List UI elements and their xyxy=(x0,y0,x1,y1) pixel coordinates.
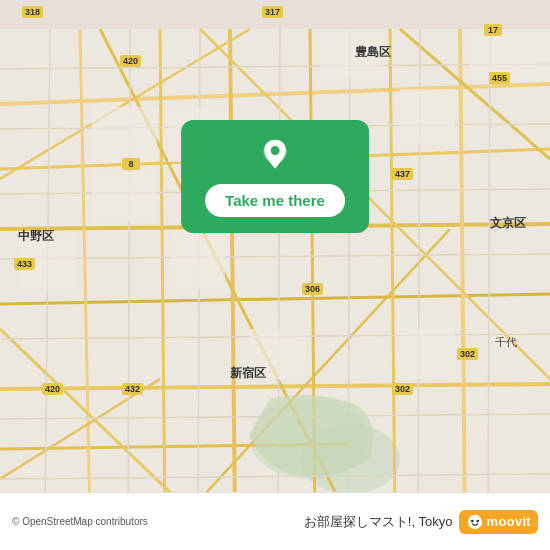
svg-rect-46 xyxy=(400,329,455,379)
svg-rect-41 xyxy=(400,89,455,144)
map-container: 中野区 豊島区 文京区 新宿区 千代 318 420 317 17 455 8 … xyxy=(0,0,550,550)
take-me-there-button[interactable]: Take me there xyxy=(205,184,345,217)
road-number-420-1: 420 xyxy=(120,55,141,67)
road-number-302-1: 302 xyxy=(457,348,478,360)
road-number-433: 433 xyxy=(14,258,35,270)
moovit-face-icon xyxy=(466,513,484,531)
moovit-logo: moovit xyxy=(459,510,538,534)
svg-point-52 xyxy=(467,514,481,528)
road-number-317: 317 xyxy=(262,6,283,18)
road-number-420-2: 420 xyxy=(42,383,63,395)
svg-rect-39 xyxy=(92,172,157,222)
svg-rect-40 xyxy=(320,29,385,79)
road-number-455: 455 xyxy=(489,72,510,84)
road-number-8: 8 xyxy=(122,158,140,170)
svg-rect-37 xyxy=(92,107,157,162)
svg-rect-44 xyxy=(170,234,225,289)
moovit-logo-text: moovit xyxy=(487,514,531,529)
svg-point-54 xyxy=(476,519,479,522)
place-name: お部屋探しマスト!, Tokyo xyxy=(304,513,453,531)
popup-card: Take me there xyxy=(181,120,369,233)
osm-attribution: © OpenStreetMap contributors xyxy=(12,516,148,527)
svg-point-50 xyxy=(271,146,280,155)
svg-rect-45 xyxy=(250,329,305,379)
road-number-302-2: 302 xyxy=(392,383,413,395)
location-pin-icon xyxy=(257,138,293,174)
road-number-17: 17 xyxy=(484,24,502,36)
svg-rect-42 xyxy=(470,29,550,79)
road-number-306: 306 xyxy=(302,283,323,295)
bottom-info: お部屋探しマスト!, Tokyo moovit xyxy=(304,510,538,534)
road-number-437: 437 xyxy=(392,168,413,180)
road-number-318: 318 xyxy=(22,6,43,18)
svg-point-53 xyxy=(471,519,474,522)
bottom-bar: © OpenStreetMap contributors お部屋探しマスト!, … xyxy=(0,492,550,550)
road-number-432: 432 xyxy=(122,383,143,395)
